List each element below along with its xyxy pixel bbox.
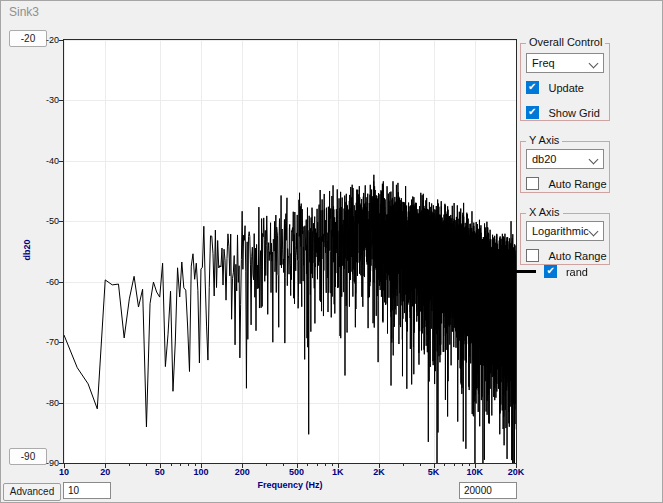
legend-series-checkbox[interactable] (544, 265, 557, 278)
x-minor-tick-mark (317, 463, 318, 466)
x-minor-tick-mark (469, 463, 470, 466)
legend-series-label: rand (566, 266, 588, 278)
y-tick-label: -90 (33, 458, 59, 468)
x-auto-range-label: Auto Range (548, 250, 606, 262)
legend: rand (514, 262, 588, 278)
show-grid-checkbox[interactable] (526, 106, 539, 119)
y-tick-mark (59, 463, 63, 464)
x-auto-range-row[interactable]: Auto Range (526, 246, 607, 260)
overall-control-title: Overall Control (526, 36, 605, 48)
x-minor-tick-mark (420, 463, 421, 466)
x-axis-group: X Axis Logarithmic Auto Range (520, 213, 610, 265)
x-minor-tick-mark (444, 463, 445, 466)
y-scale-dropdown[interactable]: db20 (526, 149, 604, 169)
x-minor-tick-mark (188, 463, 189, 466)
x-tick-mark (475, 463, 476, 468)
x-tick-label: 2K (373, 467, 385, 477)
y-auto-range-row[interactable]: Auto Range (526, 174, 607, 188)
x-tick-label: 50 (155, 467, 165, 477)
x-minor-tick-mark (180, 463, 181, 466)
x-tick-mark (297, 463, 298, 468)
y-auto-range-checkbox[interactable] (526, 177, 539, 190)
update-checkbox[interactable] (526, 81, 539, 94)
x-minor-tick-mark (283, 463, 284, 466)
y-auto-range-label: Auto Range (548, 178, 606, 190)
x-tick-label: 5K (428, 467, 440, 477)
y-axis-title: db20 (22, 230, 32, 270)
plot-area (63, 39, 517, 464)
y-axis-group: Y Axis db20 Auto Range (520, 141, 610, 193)
y-tick-label: -80 (33, 398, 59, 408)
x-tick-mark (379, 463, 380, 468)
y-tick-label: -70 (33, 337, 59, 347)
y-tick-mark (59, 161, 63, 162)
x-tick-mark (64, 463, 65, 468)
x-tick-label: 200 (235, 467, 250, 477)
y-tick-mark (59, 342, 63, 343)
y-tick-mark (59, 221, 63, 222)
x-minor-tick-mark (266, 463, 267, 466)
x-tick-label: 1K (332, 467, 344, 477)
x-tick-label: 100 (193, 467, 208, 477)
x-tick-mark (338, 463, 339, 468)
x-tick-mark (516, 463, 517, 468)
sink-window: Sink3 -20 -90 1020501002005001K2K5K10K20… (0, 0, 663, 503)
y-tick-mark (59, 100, 63, 101)
x-tick-mark (434, 463, 435, 468)
advanced-button[interactable]: Advanced (3, 483, 61, 501)
update-checkbox-row[interactable]: Update (526, 78, 584, 92)
title-bar[interactable]: Sink3 (1, 1, 662, 23)
x-tick-label: 20K (508, 467, 525, 477)
update-label: Update (548, 82, 583, 94)
legend-line-sample (514, 270, 536, 273)
x-minor-tick-mark (146, 463, 147, 466)
y-tick-label: -40 (33, 156, 59, 166)
overall-control-group: Overall Control Freq Update Show Grid (520, 43, 610, 121)
spectrum-canvas (64, 40, 516, 463)
overall-mode-value: Freq (532, 57, 555, 69)
x-minor-tick-mark (462, 463, 463, 466)
y-tick-mark (59, 282, 63, 283)
y-tick-mark (59, 403, 63, 404)
x-axis-title: Frequency (Hz) (64, 480, 516, 490)
x-tick-label: 10 (59, 467, 69, 477)
x-tick-mark (160, 463, 161, 468)
x-minor-tick-mark (307, 463, 308, 466)
window-title: Sink3 (9, 5, 39, 19)
y-scale-value: db20 (532, 153, 556, 165)
x-minor-tick-mark (454, 463, 455, 466)
show-grid-label: Show Grid (548, 107, 599, 119)
x-scale-dropdown[interactable]: Logarithmic (526, 221, 604, 241)
y-tick-mark (59, 40, 63, 41)
x-tick-label: 500 (289, 467, 304, 477)
show-grid-checkbox-row[interactable]: Show Grid (526, 103, 600, 117)
x-minor-tick-mark (403, 463, 404, 466)
y-axis-group-title: Y Axis (526, 134, 562, 146)
x-scale-value: Logarithmic (532, 225, 589, 237)
x-axis-group-title: X Axis (526, 206, 563, 218)
y-tick-label: -30 (33, 95, 59, 105)
x-tick-label: 20 (100, 467, 110, 477)
x-minor-tick-mark (129, 463, 130, 466)
x-minor-tick-mark (332, 463, 333, 466)
x-auto-range-checkbox[interactable] (526, 249, 539, 262)
y-tick-label: -50 (33, 216, 59, 226)
x-minor-tick-mark (171, 463, 172, 466)
y-tick-label: -20 (33, 35, 59, 45)
x-min-input[interactable] (63, 482, 111, 499)
y-tick-label: -60 (33, 277, 59, 287)
x-max-input[interactable] (459, 482, 517, 499)
x-tick-mark (242, 463, 243, 468)
x-tick-mark (105, 463, 106, 468)
x-tick-label: 10K (467, 467, 484, 477)
x-minor-tick-mark (195, 463, 196, 466)
x-minor-tick-mark (325, 463, 326, 466)
x-tick-mark (201, 463, 202, 468)
overall-mode-dropdown[interactable]: Freq (526, 53, 604, 73)
